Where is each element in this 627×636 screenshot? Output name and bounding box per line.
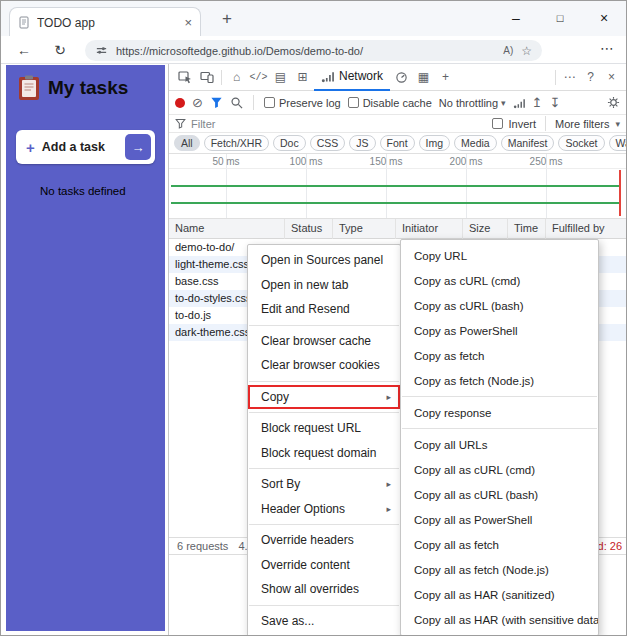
favorites-star-icon[interactable]: ☆ bbox=[521, 44, 532, 58]
add-task-button[interactable]: + Add a task → bbox=[16, 130, 155, 164]
menu-item-block-request-url[interactable]: Block request URL bbox=[248, 416, 400, 441]
column-header-type[interactable]: Type bbox=[333, 219, 396, 239]
submenu-item-copy-url[interactable]: Copy URL bbox=[401, 243, 598, 268]
performance-tab-icon[interactable] bbox=[391, 67, 412, 88]
menu-item-open-in-new-tab[interactable]: Open in new tab bbox=[248, 273, 400, 298]
timeline-tick: 100 ms bbox=[278, 156, 334, 167]
menu-item-override-content[interactable]: Override content bbox=[248, 553, 400, 578]
menu-item-save-as[interactable]: Save as... bbox=[248, 609, 400, 634]
submenu-item-copy-all-as-fetch-node[interactable]: Copy all as fetch (Node.js) bbox=[401, 557, 598, 582]
record-network-log-button[interactable] bbox=[175, 98, 185, 108]
column-header-fulfilled-by[interactable]: Fulfilled by bbox=[546, 219, 626, 239]
menu-item-clear-browser-cookies[interactable]: Clear browser cookies bbox=[248, 353, 400, 378]
submenu-item-copy-all-as-fetch[interactable]: Copy all as fetch bbox=[401, 532, 598, 557]
search-icon[interactable] bbox=[230, 96, 243, 109]
column-header-status[interactable]: Status bbox=[285, 219, 333, 239]
chevron-down-icon[interactable]: ▾ bbox=[615, 119, 620, 129]
network-tab[interactable]: Network bbox=[314, 64, 390, 91]
filter-chip-wasm[interactable]: Wasm bbox=[609, 135, 627, 151]
more-filters-dropdown[interactable]: More filters bbox=[555, 118, 609, 130]
filter-chip-fetch-xhr[interactable]: Fetch/XHR bbox=[204, 135, 269, 151]
address-bar[interactable]: https://microsoftedge.github.io/Demos/de… bbox=[85, 40, 542, 61]
app-title: My tasks bbox=[18, 75, 128, 101]
menu-item-copy[interactable]: Copy ▸ bbox=[248, 385, 400, 410]
preserve-log-checkbox[interactable] bbox=[264, 97, 275, 108]
application-tab-icon[interactable]: ▦ bbox=[413, 67, 434, 88]
import-har-icon[interactable]: ↥ bbox=[532, 96, 543, 109]
column-header-time[interactable]: Time bbox=[508, 219, 546, 239]
filter-chip-socket[interactable]: Socket bbox=[558, 135, 604, 151]
submenu-item-copy-all-as-har-sensitive[interactable]: Copy all as HAR (with sensitive data) bbox=[401, 607, 598, 632]
throttling-dropdown[interactable]: No throttling ▾ bbox=[439, 97, 506, 109]
submenu-item-copy-response[interactable]: Copy response bbox=[401, 400, 598, 425]
submenu-item-copy-as-fetch[interactable]: Copy as fetch bbox=[401, 343, 598, 368]
menu-item-edit-and-resend[interactable]: Edit and Resend bbox=[248, 297, 400, 322]
site-info-icon[interactable] bbox=[95, 44, 108, 57]
minimize-button[interactable]: – bbox=[494, 1, 538, 34]
filter-chip-manifest[interactable]: Manifest bbox=[501, 135, 555, 151]
submenu-item-copy-all-as-curl-bash[interactable]: Copy all as cURL (bash) bbox=[401, 482, 598, 507]
read-aloud-icon[interactable]: A) bbox=[503, 45, 513, 56]
close-window-button[interactable]: × bbox=[582, 1, 626, 34]
devtools-close-icon[interactable]: × bbox=[601, 67, 622, 88]
browser-menu-icon[interactable]: ⋯ bbox=[600, 40, 614, 56]
menu-item-show-all-overrides[interactable]: Show all overrides bbox=[248, 577, 400, 602]
tab-close-icon[interactable]: × bbox=[184, 15, 192, 30]
sources-tab-icon[interactable]: ⊞ bbox=[292, 67, 313, 88]
new-tab-button[interactable]: + bbox=[215, 9, 239, 29]
filter-chip-css[interactable]: CSS bbox=[310, 135, 346, 151]
submit-task-button[interactable]: → bbox=[125, 134, 151, 160]
column-header-name[interactable]: Name bbox=[169, 219, 285, 239]
divider bbox=[555, 70, 556, 85]
submenu-arrow-icon: ▸ bbox=[386, 479, 391, 489]
network-conditions-icon[interactable] bbox=[513, 97, 525, 109]
more-tools-button[interactable]: + bbox=[435, 67, 456, 88]
submenu-item-copy-all-as-curl-cmd[interactable]: Copy all as cURL (cmd) bbox=[401, 457, 598, 482]
column-header-size[interactable]: Size bbox=[463, 219, 508, 239]
export-har-icon[interactable]: ↧ bbox=[550, 96, 561, 109]
welcome-tab-home-icon[interactable]: ⌂ bbox=[226, 67, 247, 88]
browser-tab[interactable]: TODO app × bbox=[9, 7, 201, 37]
invert-checkbox[interactable] bbox=[492, 118, 503, 129]
maximize-button[interactable]: □ bbox=[538, 1, 582, 34]
empty-tasks-message: No tasks defined bbox=[40, 185, 126, 197]
devtools-help-icon[interactable]: ? bbox=[580, 67, 601, 88]
filter-chip-img[interactable]: Img bbox=[419, 135, 451, 151]
clear-network-log-icon[interactable]: ⊘ bbox=[192, 96, 203, 109]
invert-label[interactable]: Invert bbox=[509, 118, 537, 130]
submenu-item-copy-as-curl-cmd[interactable]: Copy as cURL (cmd) bbox=[401, 268, 598, 293]
submenu-item-copy-all-urls[interactable]: Copy all URLs bbox=[401, 432, 598, 457]
column-header-initiator[interactable]: Initiator bbox=[396, 219, 463, 239]
preserve-log-label[interactable]: Preserve log bbox=[279, 97, 341, 109]
submenu-item-copy-all-as-har-sanitized[interactable]: Copy all as HAR (sanitized) bbox=[401, 582, 598, 607]
elements-tab-icon[interactable]: </> bbox=[248, 67, 269, 88]
menu-item-open-in-sources[interactable]: Open in Sources panel bbox=[248, 248, 400, 273]
disable-cache-checkbox[interactable] bbox=[348, 97, 359, 108]
disable-cache-label[interactable]: Disable cache bbox=[363, 97, 432, 109]
menu-item-sort-by[interactable]: Sort By ▸ bbox=[248, 472, 400, 497]
inspect-icon[interactable] bbox=[174, 67, 195, 88]
network-settings-gear-icon[interactable] bbox=[607, 96, 620, 109]
devtools-more-icon[interactable]: ⋯ bbox=[559, 67, 580, 88]
submenu-item-copy-as-fetch-node[interactable]: Copy as fetch (Node.js) bbox=[401, 368, 598, 393]
filter-chip-js[interactable]: JS bbox=[349, 135, 375, 151]
filter-toggle-icon[interactable] bbox=[210, 96, 223, 109]
filter-chip-media[interactable]: Media bbox=[454, 135, 497, 151]
refresh-button[interactable]: ↻ bbox=[49, 40, 71, 60]
timeline-tick: 200 ms bbox=[438, 156, 494, 167]
filter-chip-font[interactable]: Font bbox=[380, 135, 415, 151]
network-overview-timeline[interactable]: 50 ms 100 ms 150 ms 200 ms 250 ms bbox=[169, 154, 626, 219]
filter-chip-all[interactable]: All bbox=[174, 135, 200, 151]
submenu-item-copy-as-powershell[interactable]: Copy as PowerShell bbox=[401, 318, 598, 343]
device-toolbar-icon[interactable] bbox=[196, 67, 217, 88]
submenu-item-copy-all-as-powershell[interactable]: Copy all as PowerShell bbox=[401, 507, 598, 532]
menu-item-block-request-domain[interactable]: Block request domain bbox=[248, 441, 400, 466]
menu-item-header-options[interactable]: Header Options ▸ bbox=[248, 497, 400, 522]
console-tab-icon[interactable]: ▤ bbox=[270, 67, 291, 88]
submenu-item-copy-as-curl-bash[interactable]: Copy as cURL (bash) bbox=[401, 293, 598, 318]
menu-item-clear-browser-cache[interactable]: Clear browser cache bbox=[248, 329, 400, 354]
menu-item-override-headers[interactable]: Override headers bbox=[248, 528, 400, 553]
back-button[interactable]: ← bbox=[13, 40, 35, 60]
filter-input[interactable]: Filter bbox=[191, 118, 215, 130]
filter-chip-doc[interactable]: Doc bbox=[273, 135, 306, 151]
